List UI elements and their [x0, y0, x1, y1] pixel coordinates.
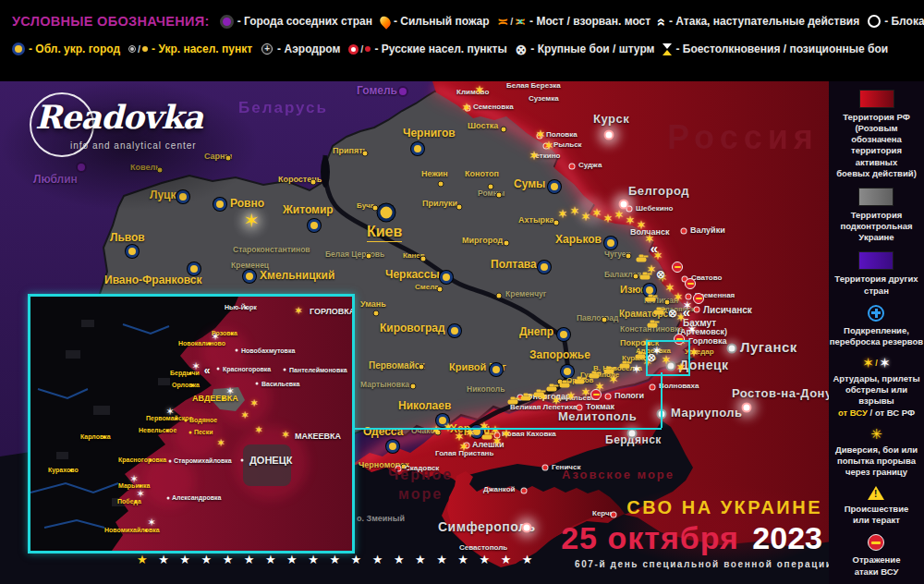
legend-item-bridge: ≍/≍×- Мост / взорван. мост	[498, 13, 651, 30]
sidebar-text-line: через границу	[835, 467, 918, 478]
repel-attack-icon	[868, 534, 884, 551]
inset-city-dot	[209, 343, 212, 346]
legend-item-label: - Боестолкновения / позиционные бои	[675, 43, 888, 55]
inset-city-label: МАКЕЕВКА	[295, 432, 341, 442]
explosion-icon: ✶	[281, 430, 289, 440]
inset-city-dot	[223, 397, 225, 400]
inset-city-dot	[70, 469, 73, 472]
sidebar-item-text: ТерриторияподконтрольнаяУкраине	[840, 210, 912, 243]
inset-city-dot	[169, 460, 172, 463]
slash: /	[138, 43, 140, 55]
sw-ru-swatch	[859, 90, 894, 108]
sidebar-text-line: атаки ВСУ	[853, 566, 901, 578]
legend-item-label: - Сильный пожар	[394, 15, 490, 28]
star-icon: ★	[308, 554, 319, 566]
progress-star-row: ★★★★★★★★★★★★★★★★★★★	[137, 554, 532, 566]
inset-city-label: Нью-Йорк	[225, 304, 257, 311]
explosion-icon: ✶	[254, 425, 262, 435]
legend-row-1: УСЛОВНЫЕ ОБОЗНАЧЕНИЯ: - Города соседних …	[0, 7, 924, 35]
inset-city-dot	[189, 432, 192, 434]
fire-icon	[381, 13, 390, 30]
explosion-icon: ✶	[294, 306, 302, 316]
star-icon: ★	[436, 554, 447, 566]
ru-town-dot-icon	[365, 46, 371, 52]
legend-bar: УСЛОВНЫЕ ОБОЗНАЧЕНИЯ: - Города соседних …	[0, 0, 924, 81]
inset-city-dot	[185, 420, 188, 422]
sidebar-item-text: Артудары, прилетыобстрелы или взрывыот В…	[829, 373, 924, 419]
blown-bridge-icon: ≍×	[515, 15, 526, 28]
sidebar-item-burst-pair: ✶/✶Артудары, прилетыобстрелы или взрывыо…	[829, 356, 924, 419]
blockade-icon	[868, 13, 881, 30]
sw-ot-swatch	[858, 251, 894, 270]
star-icon: ★	[351, 554, 362, 566]
legend-item-label: - Крупные бои / штурм	[530, 43, 654, 55]
inset-city-label: Невельское	[139, 427, 176, 434]
inset-city-dot	[145, 529, 148, 532]
clash-bottom-icon	[663, 50, 672, 55]
inset-city-dot	[191, 384, 194, 387]
callout-line-horizontal	[352, 428, 662, 430]
sidebar-text-line: Подкрепление,	[830, 325, 923, 336]
ru-town-ring-icon	[348, 44, 359, 55]
inset-city-label: Победа	[117, 498, 141, 505]
sidebar-item-text: Территория РФ(Розовым обозначенатерритор…	[829, 112, 924, 179]
obl-city-icon	[12, 41, 25, 57]
inset-city-label: Курахово	[48, 467, 79, 474]
callout-line-vertical	[661, 372, 663, 428]
inset-city-label: ГОРЛОВКА	[310, 308, 355, 317]
inset-city-dot	[245, 307, 248, 310]
legend-item-fire: - Сильный пожар	[381, 13, 490, 30]
legend-item-neighbor-city: - Города соседних стран	[220, 13, 372, 30]
inset-city-label: Новомихайловка	[104, 527, 160, 534]
inset-city-dot	[236, 349, 238, 352]
sidebar-text-line: стран	[834, 286, 918, 297]
sidebar-text-part: от ВСУ	[838, 408, 868, 418]
map-year: 2023	[752, 520, 822, 555]
sidebar-item-text: Территория другихстран	[834, 274, 918, 296]
inset-markers-layer: ГОРЛОВКАНью-ЙоркРозовкаНовокалиновоНовоб…	[30, 297, 352, 551]
explosion-icon: ✶	[147, 517, 155, 528]
inset-city-dot	[189, 372, 192, 375]
explosion-icon: ✶	[216, 438, 225, 448]
sidebar-text-line: попытка прорыва	[835, 456, 918, 467]
sidebar-text-line: Артудары, прилеты	[829, 373, 924, 384]
neighbor-city-icon	[220, 13, 234, 30]
inset-city-label: Красногоровка	[118, 456, 166, 464]
vsu-burst-icon: ✶	[862, 356, 874, 370]
legend-item-clash: - Боестолкновения / позиционные бои	[663, 41, 888, 57]
sidebar-item-sabotage: ✳Диверсия, бои илипопытка прорывачерез г…	[835, 427, 918, 478]
sidebar-item-text: Отражениеатаки ВСУ	[853, 554, 901, 577]
ua-town-icon: /	[128, 41, 148, 57]
star-icon: ★	[415, 554, 426, 566]
inset-city-label: Александровка	[172, 494, 222, 502]
legend-item-blockade: - Блокада	[868, 13, 924, 30]
star-icon: ★	[137, 554, 148, 566]
sidebar-item-reinforce: Подкрепление,переброска резервов	[830, 305, 923, 347]
legend-item-aerodrome: - Аэродром	[261, 41, 340, 57]
big-battle-icon: ⊗	[516, 43, 528, 56]
legend-item-attack: «- Атака, наступательные действия	[659, 13, 859, 30]
inset-city-dot	[167, 497, 170, 500]
sidebar-text-line: Территория РФ	[829, 112, 924, 123]
sidebar-item-sw-ru: Территория РФ(Розовым обозначенатерритор…	[829, 90, 924, 179]
clash-icon	[663, 41, 672, 57]
star-icon: ★	[158, 554, 169, 566]
inset-city-label: Карловка	[80, 433, 111, 441]
explosion-icon: ✶	[225, 386, 234, 396]
title-block: СВО НА УКРАИНЕ 25 октября 2023	[561, 497, 822, 556]
inset-city-label: Васильевка	[261, 381, 300, 388]
star-icon: ★	[286, 554, 298, 566]
warning-triangle-icon	[868, 486, 884, 500]
sidebar-item-sw-ot: Территория другихстран	[834, 251, 918, 296]
inset-city-label: Красногоровка	[223, 366, 271, 373]
legend-item-label: - Блокада	[884, 15, 924, 28]
star-icon: ★	[329, 554, 340, 566]
sidebar-text-part: от ВС РФ	[875, 408, 915, 418]
sidebar-text-line: Отражение	[853, 554, 901, 566]
map-date: 25 октября	[561, 520, 739, 555]
inset-city-dot	[284, 369, 286, 371]
explosion-icon: ✶	[249, 398, 258, 408]
star-icon: ★	[501, 554, 512, 566]
slash: /	[875, 359, 878, 368]
map-key-sidebar: Территория РФ(Розовым обозначенатерритор…	[829, 81, 924, 584]
